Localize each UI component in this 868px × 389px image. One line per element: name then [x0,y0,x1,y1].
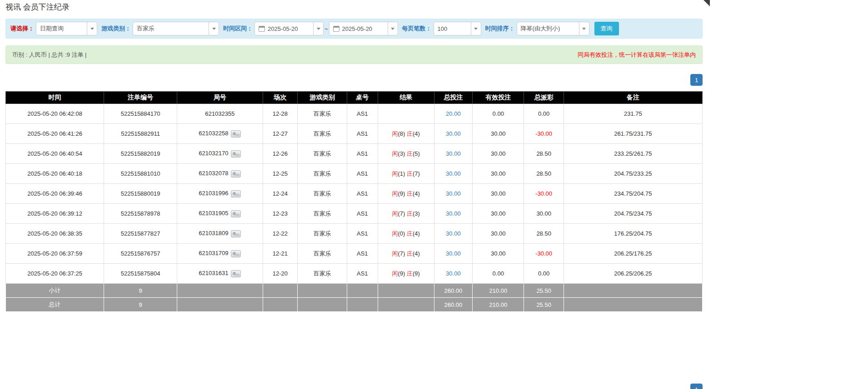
cell-game-type: 百家乐 [298,124,347,144]
cell-valid-bet: 0.00 [473,104,524,124]
chevron-down-icon [388,22,398,35]
corner-fold-icon [703,0,710,6]
cell-bet-id: 522515878978 [104,204,177,224]
column-header: 有效投注 [473,92,524,104]
cell-note: 176.25/204.75 [564,224,702,244]
game-type-label: 游戏类别： [101,25,131,33]
round-number: 621031631 [199,270,228,276]
game-type-select[interactable]: 百家乐 [133,22,219,35]
query-type-select[interactable]: 日期查询 [36,22,97,35]
replay-icon[interactable] [231,150,241,158]
cell-game-type: 百家乐 [298,264,347,284]
pagination-page-button[interactable]: 1 [690,74,703,86]
total-bet-link[interactable]: 30.00 [446,130,461,137]
cell-game-type: 百家乐 [298,144,347,164]
calendar-icon [259,26,265,32]
result-player-score: (9) [398,190,405,197]
result-player-label: 闲 [392,210,398,217]
cell-payout: -30.00 [524,244,564,264]
round-number: 621031996 [199,190,228,197]
cell-note: 233.25/261.75 [564,144,702,164]
cell-time: 2025-05-20 06:37:25 [6,264,104,284]
filter-group-sort: 时间排序： 降幂(由大到小) [485,22,589,35]
result-banker-score: (3) [413,210,420,217]
result-player-score: (1) [398,170,405,177]
date-to-picker[interactable]: 2025-05-20 [329,22,398,35]
result-player-score: (9) [398,270,405,277]
date-range-label: 时间区间： [223,25,253,33]
replay-icon[interactable] [231,210,241,217]
cell-table-number: AS1 [347,184,378,204]
replay-icon[interactable] [231,170,241,177]
cell-time: 2025-05-20 06:40:54 [6,144,104,164]
total-bet-link[interactable]: 30.00 [446,270,461,277]
cell-session: 12-26 [263,144,298,164]
table-header-row: 时间注单编号局号场次游戏类别桌号结果总投注有效投注总派彩备注 [6,92,703,104]
filter-group-date-range: 时间区间： 2025-05-20 ~ 2025-05-20 [223,22,398,35]
round-number: 621032170 [199,150,228,157]
total-bet-link[interactable]: 30.00 [446,230,461,237]
total-bet-link[interactable]: 30.00 [446,170,461,177]
valid-bet-note-text: 同局有效投注，统一计算在该局第一张注单内 [578,51,696,59]
cell-time: 2025-05-20 06:42:08 [6,104,104,124]
cell-round: 621031996 [177,184,263,204]
chevron-down-icon [209,22,219,35]
column-header: 游戏类别 [298,92,347,104]
cell-note: 234.75/204.75 [564,184,702,204]
footer-total-bet: 260.00 [434,284,472,298]
cell-result: 闲(9) 庄(9) [378,264,434,284]
total-bet-link[interactable]: 30.00 [446,250,461,257]
replay-icon[interactable] [231,130,241,138]
date-from-picker[interactable]: 2025-05-20 [254,22,324,35]
replay-icon[interactable] [231,250,241,257]
cell-valid-bet: 30.00 [473,204,524,224]
result-player-label: 闲 [392,130,398,137]
column-header: 局号 [177,92,263,104]
summary-row: 小计9260.00210.0025.50 [6,284,703,298]
sort-order-value: 降幂(由大到小) [521,25,576,33]
cell-result: 闲(7) 庄(3) [378,204,434,224]
cell-round: 621031631 [177,264,263,284]
sort-order-select[interactable]: 降幂(由大到小) [517,22,589,35]
per-page-select[interactable]: 100 [434,22,481,35]
footer-count: 9 [104,298,177,312]
cell-bet-id: 522515875804 [104,264,177,284]
pagination-page-button-bottom[interactable]: 1 [690,384,703,389]
page-title: 视讯 会员下注纪录 [5,2,703,12]
total-bet-link[interactable]: 20.00 [446,110,461,117]
cell-session: 12-20 [263,264,298,284]
replay-icon[interactable] [231,190,241,197]
search-button[interactable]: 查询 [594,22,619,35]
table-row: 2025-05-20 06:40:18522515881010621032078… [6,164,703,184]
footer-payout: 25.50 [524,298,564,312]
cell-note: 204.75/233.25 [564,164,702,184]
result-banker-label: 庄 [407,230,413,237]
cell-note: 204.75/234.75 [564,204,702,224]
total-bet-link[interactable]: 30.00 [446,150,461,157]
cell-note: 206.25/206.25 [564,264,702,284]
total-bet-link[interactable]: 30.00 [446,210,461,217]
cell-valid-bet: 30.00 [473,164,524,184]
cell-time: 2025-05-20 06:41:26 [6,124,104,144]
cell-bet-id: 522515877827 [104,224,177,244]
total-bet-link[interactable]: 30.00 [446,190,461,197]
result-player-score: (0) [398,230,405,237]
table-row: 2025-05-20 06:39:12522515878978621031905… [6,204,703,224]
result-banker-score: (5) [413,150,420,157]
result-player-score: (3) [398,150,405,157]
column-header: 备注 [564,92,702,104]
replay-icon[interactable] [231,270,241,277]
cell-valid-bet: 30.00 [473,244,524,264]
footer-table [347,284,378,298]
footer-count: 9 [104,284,177,298]
result-banker-label: 庄 [407,190,413,197]
cell-round: 621032170 [177,144,263,164]
filter-group-per-page: 每页笔数： 100 [402,22,481,35]
replay-icon[interactable] [231,230,241,237]
footer-round [177,284,263,298]
cell-note: 231.75 [564,104,702,124]
round-number: 621031905 [199,210,228,217]
cell-bet-id: 522515881010 [104,164,177,184]
cell-bet-id: 522515880019 [104,184,177,204]
footer-session [263,298,298,312]
